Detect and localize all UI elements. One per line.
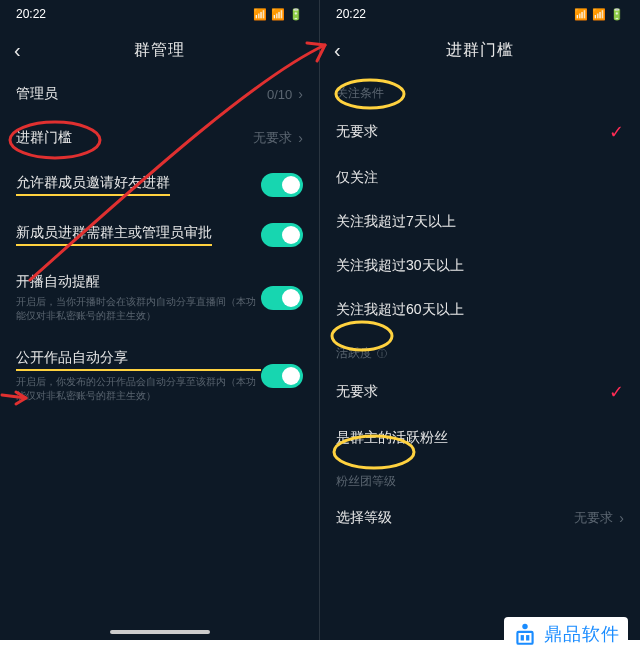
opt-none2[interactable]: 无要求 ✓ bbox=[320, 368, 640, 416]
opt-follow-only-label: 仅关注 bbox=[336, 169, 378, 187]
status-icons: 📶 📶 🔋 bbox=[253, 8, 303, 21]
opt-none-label: 无要求 bbox=[336, 123, 378, 141]
status-icons: 📶 📶 🔋 bbox=[574, 8, 624, 21]
page-title-left: 群管理 bbox=[134, 40, 185, 61]
svg-rect-7 bbox=[526, 635, 529, 640]
opt-none2-label: 无要求 bbox=[336, 383, 378, 401]
row-share-desc: 开启后，你发布的公开作品会自动分享至该群内（本功能仅对非私密账号的群主生效） bbox=[16, 375, 261, 403]
watermark-text: 鼎品软件 bbox=[544, 622, 620, 646]
section-active: 活跃度 ⓘ bbox=[320, 332, 640, 368]
signal-icon: 📶 bbox=[253, 8, 267, 21]
toggle-invite[interactable] bbox=[261, 173, 303, 197]
opt-pick-level-value: 无要求 bbox=[574, 509, 613, 527]
row-approve-label: 新成员进群需群主或管理员审批 bbox=[16, 224, 212, 246]
wifi-icon: 📶 bbox=[271, 8, 285, 21]
opt-pick-level-label: 选择等级 bbox=[336, 509, 392, 527]
page-title-right: 进群门槛 bbox=[446, 40, 514, 61]
opt-follow-7[interactable]: 关注我超过7天以上 bbox=[320, 200, 640, 244]
row-live-label: 开播自动提醒 bbox=[16, 273, 261, 291]
opt-active-fan-label: 是群主的活跃粉丝 bbox=[336, 429, 448, 447]
row-live-remind: 开播自动提醒 开启后，当你开播时会在该群内自动分享直播间（本功能仅对非私密账号的… bbox=[0, 260, 319, 336]
row-admin-label: 管理员 bbox=[16, 85, 58, 103]
opt-follow-60-label: 关注我超过60天以上 bbox=[336, 301, 464, 319]
toggle-share[interactable] bbox=[261, 364, 303, 388]
check-icon: ✓ bbox=[609, 381, 624, 403]
toggle-approve[interactable] bbox=[261, 223, 303, 247]
svg-rect-6 bbox=[521, 635, 524, 640]
chevron-right-icon: › bbox=[298, 130, 303, 146]
nav-bar-left: ‹ 群管理 bbox=[0, 28, 319, 72]
content-left: 管理员 0/10 › 进群门槛 无要求 › 允许群成员邀请好友进群 新成员进群需… bbox=[0, 72, 319, 640]
watermark-icon bbox=[512, 621, 538, 647]
row-threshold-label: 进群门槛 bbox=[16, 129, 72, 147]
row-live-desc: 开启后，当你开播时会在该群内自动分享直播间（本功能仅对非私密账号的群主生效） bbox=[16, 295, 261, 323]
wifi-icon: 📶 bbox=[592, 8, 606, 21]
opt-follow-7-label: 关注我超过7天以上 bbox=[336, 213, 456, 231]
chevron-right-icon: › bbox=[619, 510, 624, 526]
battery-icon: 🔋 bbox=[610, 8, 624, 21]
home-indicator[interactable] bbox=[110, 630, 210, 634]
row-share-label: 公开作品自动分享 bbox=[16, 349, 261, 371]
battery-icon: 🔋 bbox=[289, 8, 303, 21]
svg-rect-5 bbox=[517, 632, 532, 644]
opt-active-fan[interactable]: 是群主的活跃粉丝 bbox=[320, 416, 640, 460]
nav-bar-right: ‹ 进群门槛 bbox=[320, 28, 640, 72]
toggle-live[interactable] bbox=[261, 286, 303, 310]
content-right: 关注条件 无要求 ✓ 仅关注 关注我超过7天以上 关注我超过30天以上 关注我超… bbox=[320, 72, 640, 640]
section-active-label: 活跃度 bbox=[336, 346, 372, 360]
row-admin-value: 0/10 bbox=[267, 87, 292, 102]
opt-follow-only[interactable]: 仅关注 bbox=[320, 156, 640, 200]
svg-point-4 bbox=[522, 624, 527, 629]
chevron-right-icon: › bbox=[298, 86, 303, 102]
phone-right: 20:22 📶 📶 🔋 ‹ 进群门槛 关注条件 无要求 ✓ 仅关注 关注我超过7… bbox=[320, 0, 640, 640]
status-time: 20:22 bbox=[336, 7, 366, 21]
opt-follow-60[interactable]: 关注我超过60天以上 bbox=[320, 288, 640, 332]
status-bar: 20:22 📶 📶 🔋 bbox=[0, 0, 319, 28]
signal-icon: 📶 bbox=[574, 8, 588, 21]
row-approve: 新成员进群需群主或管理员审批 bbox=[0, 210, 319, 260]
back-button[interactable]: ‹ bbox=[14, 39, 21, 62]
section-fan: 粉丝团等级 bbox=[320, 460, 640, 496]
info-icon[interactable]: ⓘ bbox=[374, 348, 387, 359]
row-threshold[interactable]: 进群门槛 无要求 › bbox=[0, 116, 319, 160]
row-invite: 允许群成员邀请好友进群 bbox=[0, 160, 319, 210]
watermark: 鼎品软件 bbox=[504, 617, 628, 651]
opt-pick-level[interactable]: 选择等级 无要求 › bbox=[320, 496, 640, 540]
opt-none[interactable]: 无要求 ✓ bbox=[320, 108, 640, 156]
phone-left: 20:22 📶 📶 🔋 ‹ 群管理 管理员 0/10 › 进群门槛 无要求 › … bbox=[0, 0, 320, 640]
section-follow: 关注条件 bbox=[320, 72, 640, 108]
opt-follow-30[interactable]: 关注我超过30天以上 bbox=[320, 244, 640, 288]
check-icon: ✓ bbox=[609, 121, 624, 143]
status-time: 20:22 bbox=[16, 7, 46, 21]
row-threshold-value: 无要求 bbox=[253, 129, 292, 147]
back-button[interactable]: ‹ bbox=[334, 39, 341, 62]
opt-follow-30-label: 关注我超过30天以上 bbox=[336, 257, 464, 275]
row-admin[interactable]: 管理员 0/10 › bbox=[0, 72, 319, 116]
status-bar: 20:22 📶 📶 🔋 bbox=[320, 0, 640, 28]
row-invite-label: 允许群成员邀请好友进群 bbox=[16, 174, 170, 196]
row-auto-share: 公开作品自动分享 开启后，你发布的公开作品会自动分享至该群内（本功能仅对非私密账… bbox=[0, 336, 319, 416]
